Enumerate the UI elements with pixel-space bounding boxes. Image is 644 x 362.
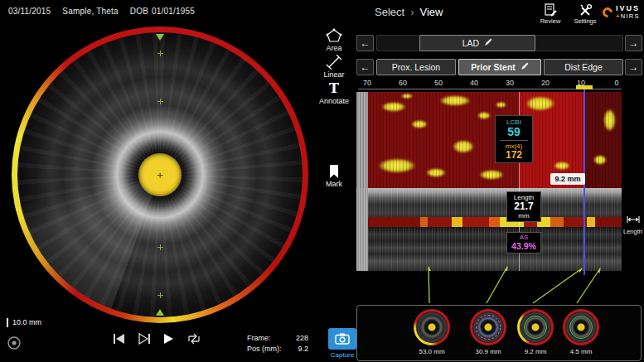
bookmark-label: 53.0 mm <box>407 348 457 355</box>
as-value: 43.9% <box>507 241 540 251</box>
length-tool-label: Length <box>622 228 644 235</box>
step-back-button[interactable] <box>113 333 126 346</box>
step-back-icon <box>113 333 126 345</box>
as-label: AS <box>507 234 540 241</box>
bookmark-arrows <box>356 262 642 305</box>
lipid-blob <box>401 94 413 99</box>
step-forward-button[interactable] <box>138 333 151 346</box>
angle-marker-bottom-icon <box>156 309 164 316</box>
right-arrow-icon: → <box>629 37 639 49</box>
lipid-blob <box>439 95 471 106</box>
bookmark-thumb-3[interactable] <box>517 309 554 345</box>
segment-label: Dist Edge <box>564 62 603 72</box>
length-tool-button[interactable]: Length <box>622 214 644 235</box>
segment-button-prox-lesion[interactable]: Prox. Lesion <box>376 59 456 75</box>
patient-name: Sample, Theta <box>62 7 118 16</box>
segment-prev-button[interactable]: ← <box>356 59 374 75</box>
pos-value: 9.2 <box>287 345 308 353</box>
ruler-tick: 60 <box>395 79 411 87</box>
chemogram-dim-region <box>585 92 622 188</box>
review-button[interactable]: Review <box>534 3 567 25</box>
tool-area-button[interactable]: Area <box>316 28 352 52</box>
frame-value: 228 <box>287 334 308 342</box>
ivus-cross-section[interactable]: + <box>17 32 303 317</box>
tool-linear-button[interactable]: Linear <box>316 55 352 79</box>
segment-button-dist-edge[interactable]: Dist Edge <box>544 59 623 75</box>
tool-mark-label: Mark <box>316 180 352 188</box>
review-label: Review <box>534 17 567 25</box>
segment-button-prior-stent[interactable]: Prior Stent <box>458 59 541 75</box>
edit-pencil-icon <box>484 38 492 48</box>
bookmark-label: 30.9 mm <box>463 348 513 355</box>
longitudinal-ivus[interactable] <box>356 188 622 271</box>
bookmark-label: 9.2 mm <box>511 348 560 355</box>
lipid-blob <box>453 140 474 153</box>
annotate-text-icon: T <box>316 81 352 96</box>
thumb-contour-green <box>569 316 593 339</box>
capture-button[interactable] <box>328 328 356 350</box>
bookmark-thumb-1[interactable] <box>414 309 450 345</box>
nav-view: View <box>419 6 443 18</box>
breadcrumb: Select›View <box>375 6 443 18</box>
lipid-blob <box>411 120 428 128</box>
scale-label: 10.0 mm <box>7 318 41 327</box>
breadcrumb-separator-icon: › <box>410 6 414 18</box>
brand-icon <box>601 6 615 20</box>
tool-linear-label: Linear <box>316 70 352 79</box>
lipid-blob <box>593 155 607 165</box>
settings-label: Settings <box>569 17 602 25</box>
segment-label: Prox. Lesion <box>392 62 440 72</box>
vessel-prev-button[interactable]: ← <box>356 35 374 51</box>
segment-label: Prior Stent <box>471 62 516 72</box>
chemogram-halo-ring: + <box>12 27 308 323</box>
loop-button[interactable] <box>186 333 202 346</box>
nav-select[interactable]: Select <box>375 6 404 18</box>
thumb-contour-blue <box>479 318 497 336</box>
loop-icon <box>186 333 202 345</box>
vessel-select-button[interactable]: LAD <box>419 35 535 51</box>
vessel-next-button[interactable]: → <box>625 35 642 51</box>
lipid-blob <box>426 168 446 177</box>
settings-button[interactable]: Settings <box>569 3 602 25</box>
lipid-blob <box>381 102 406 112</box>
mark-flag-icon <box>316 164 352 179</box>
bookmark-thumb-4[interactable] <box>563 309 599 345</box>
crosshair-icon: + <box>157 169 163 181</box>
lipid-blob <box>477 112 491 119</box>
snapshot-gallery-icon[interactable] <box>7 335 22 350</box>
logo-line2: +NIRS <box>616 12 640 20</box>
vessel-name: LAD <box>462 38 479 48</box>
position-tag: 9.2 mm <box>550 173 585 185</box>
segment-next-button[interactable]: → <box>625 59 642 75</box>
length-unit: mm <box>507 212 540 220</box>
no-data-strip <box>356 188 368 271</box>
axis-tick <box>157 51 163 56</box>
lipid-blob <box>603 109 616 132</box>
length-stat-box: Length 21.7 mm <box>506 191 541 222</box>
left-arrow-icon: ← <box>361 61 370 73</box>
stenosis-stat-box: AS 43.9% <box>506 232 541 253</box>
frame-info: Frame: 228 Pos (mm): 9.2 <box>247 334 308 353</box>
bookmark-thumb-2[interactable] <box>470 309 506 345</box>
playback-controls <box>113 333 202 346</box>
lipid-blob <box>378 158 416 173</box>
patient-banner: 03/11/2015Sample, ThetaDOB01/01/1955 <box>8 7 206 16</box>
ruler-tick: 30 <box>501 79 518 87</box>
play-button[interactable] <box>162 333 174 346</box>
tool-annotate-button[interactable]: T Annotate <box>316 81 352 105</box>
play-icon <box>162 333 174 345</box>
area-icon <box>316 28 352 43</box>
step-forward-icon <box>138 333 151 345</box>
tool-mark-button[interactable]: Mark <box>316 164 352 188</box>
left-arrow-icon: ← <box>361 37 370 49</box>
review-icon <box>534 3 567 17</box>
axis-tick <box>157 244 163 250</box>
pos-label: Pos (mm): <box>247 345 287 353</box>
lipid-blob <box>496 102 506 108</box>
ruler-tick: 40 <box>466 79 482 87</box>
lipid-blob <box>525 96 555 111</box>
ruler-tick: 0 <box>608 79 625 87</box>
study-date: 03/11/2015 <box>8 7 51 16</box>
no-data-strip <box>356 92 368 188</box>
ruler-tick: 70 <box>359 79 375 87</box>
